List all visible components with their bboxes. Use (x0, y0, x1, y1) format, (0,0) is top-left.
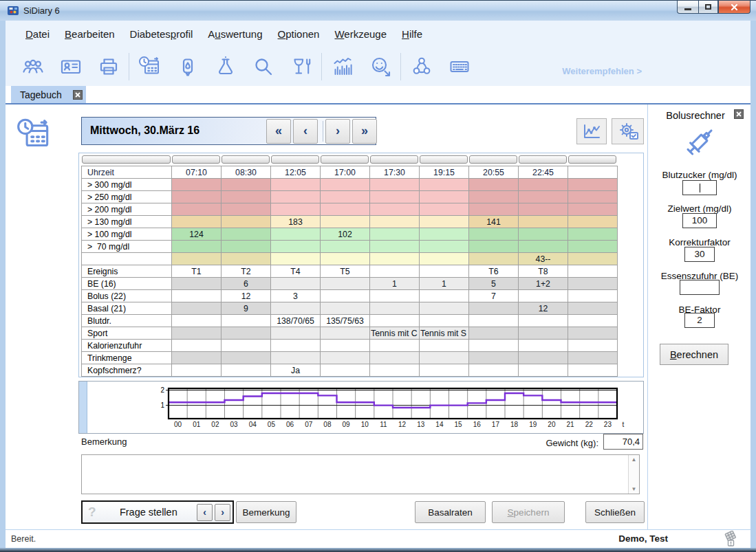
diary-cell[interactable] (568, 278, 618, 290)
diary-cell[interactable]: T8 (519, 265, 568, 278)
diary-cell[interactable] (568, 364, 618, 377)
last-day-button[interactable]: » (352, 119, 377, 144)
tab-close-button[interactable] (73, 90, 83, 100)
diary-cell[interactable] (469, 179, 519, 191)
menu-item-bearbeiten[interactable]: Bearbeiten (57, 28, 122, 40)
basal-panel-handle[interactable] (79, 382, 87, 433)
diary-cell[interactable]: T5 (321, 265, 370, 278)
diary-cell[interactable] (321, 216, 370, 228)
diary-cell[interactable] (420, 315, 469, 327)
diary-cell[interactable] (172, 216, 222, 228)
basal-rate-plot[interactable]: 1200010203040506070809101112131415161718… (79, 382, 643, 433)
close-diary-button[interactable]: Schließen (585, 501, 645, 523)
diary-cell[interactable] (222, 364, 271, 377)
calendar-clock-button[interactable] (131, 51, 169, 82)
diary-cell[interactable] (469, 327, 519, 340)
column-group-button[interactable] (420, 155, 468, 164)
diary-cell[interactable] (172, 315, 222, 327)
diary-cell[interactable]: T4 (271, 265, 321, 278)
lab-flask-button[interactable] (206, 51, 244, 82)
diary-cell[interactable] (568, 228, 618, 241)
diary-cell[interactable] (222, 315, 271, 327)
diary-cell[interactable] (271, 352, 321, 364)
diary-cell[interactable]: T6 (469, 265, 519, 278)
menu-item-hilfe[interactable]: Hilfe (394, 28, 430, 40)
diary-cell[interactable] (568, 315, 618, 327)
ask-question-panel[interactable]: Frage stellen ‹ › (81, 500, 234, 524)
diary-cell[interactable] (469, 203, 519, 216)
maximize-button[interactable] (698, 1, 718, 14)
menu-item-datei[interactable]: Datei (18, 28, 57, 40)
diary-cell[interactable]: 7 (469, 290, 519, 302)
diary-cell[interactable] (420, 228, 469, 241)
be-factor-input[interactable]: 2 (684, 313, 715, 328)
diary-cell[interactable]: 6 (222, 278, 271, 290)
diary-cell[interactable] (321, 179, 370, 191)
diary-cell[interactable] (370, 228, 420, 241)
previous-day-button[interactable]: ‹ (293, 119, 318, 144)
diary-cell[interactable] (568, 191, 618, 203)
diary-cell[interactable] (222, 179, 271, 191)
diary-cell[interactable] (222, 241, 271, 253)
diary-cell[interactable] (519, 364, 568, 377)
remark-textarea[interactable] (81, 454, 640, 494)
column-group-button[interactable] (222, 155, 270, 164)
diary-cell[interactable] (469, 253, 519, 265)
glucose-meter-button[interactable] (169, 51, 206, 82)
diary-cell[interactable]: T1 (172, 265, 222, 278)
column-group-button[interactable] (321, 155, 369, 164)
menu-item-optionen[interactable]: Optionen (270, 28, 327, 40)
meal-intake-input[interactable] (680, 280, 720, 295)
diary-cell[interactable] (519, 352, 568, 364)
diary-cell[interactable] (370, 241, 420, 253)
remark-scrollbar[interactable] (628, 455, 639, 494)
diary-cell[interactable] (271, 302, 321, 315)
diary-cell[interactable] (568, 302, 618, 315)
diary-cell[interactable]: 5 (469, 278, 519, 290)
recommend-link[interactable]: Weiterempfehlen > (562, 66, 642, 76)
diary-cell[interactable] (222, 352, 271, 364)
diary-cell[interactable]: 9 (222, 302, 271, 315)
diary-cell[interactable] (370, 290, 420, 302)
diary-cell[interactable]: 124 (172, 228, 222, 241)
diary-cell[interactable] (321, 203, 370, 216)
diary-cell[interactable] (568, 265, 618, 278)
diary-cell[interactable] (370, 302, 420, 315)
diary-cell[interactable]: 1 (420, 278, 469, 290)
diary-cell[interactable] (222, 340, 271, 352)
id-card-button[interactable] (52, 51, 89, 82)
diary-cell[interactable] (222, 203, 271, 216)
diary-cell[interactable] (321, 340, 370, 352)
diary-cell[interactable] (271, 340, 321, 352)
diary-cell[interactable] (469, 191, 519, 203)
basal-rate-chart[interactable]: 1200010203040506070809101112131415161718… (79, 382, 643, 436)
diary-cell[interactable] (222, 327, 271, 340)
diary-cell[interactable] (222, 228, 271, 241)
diary-cell[interactable]: 102 (321, 228, 370, 241)
diary-cell[interactable]: 183 (271, 216, 321, 228)
diary-cell[interactable] (420, 364, 469, 377)
diary-cell[interactable] (370, 191, 420, 203)
diary-cell[interactable] (321, 253, 370, 265)
diary-cell[interactable] (568, 216, 618, 228)
diary-cell[interactable] (420, 216, 469, 228)
diary-cell[interactable] (222, 191, 271, 203)
diary-cell[interactable] (172, 340, 222, 352)
bolus-close-button[interactable] (734, 109, 744, 119)
diary-cell[interactable] (271, 228, 321, 241)
diary-cell[interactable] (321, 364, 370, 377)
diary-cell[interactable] (321, 327, 370, 340)
diary-cell[interactable] (172, 241, 222, 253)
diary-cell[interactable] (420, 191, 469, 203)
ask-previous-button[interactable]: ‹ (197, 504, 213, 521)
menu-item-werkzeuge[interactable]: Werkzeuge (327, 28, 394, 40)
diary-cell[interactable] (420, 290, 469, 302)
save-button[interactable]: Speichern (492, 501, 565, 523)
menu-item-diabetesprofil[interactable]: Diabetesprofil (122, 28, 201, 40)
statistics-button[interactable] (323, 51, 361, 82)
diary-cell[interactable] (271, 253, 321, 265)
diary-cell[interactable] (420, 203, 469, 216)
diary-cell[interactable] (568, 340, 618, 352)
diary-cell[interactable] (519, 241, 568, 253)
diary-cell[interactable] (568, 241, 618, 253)
